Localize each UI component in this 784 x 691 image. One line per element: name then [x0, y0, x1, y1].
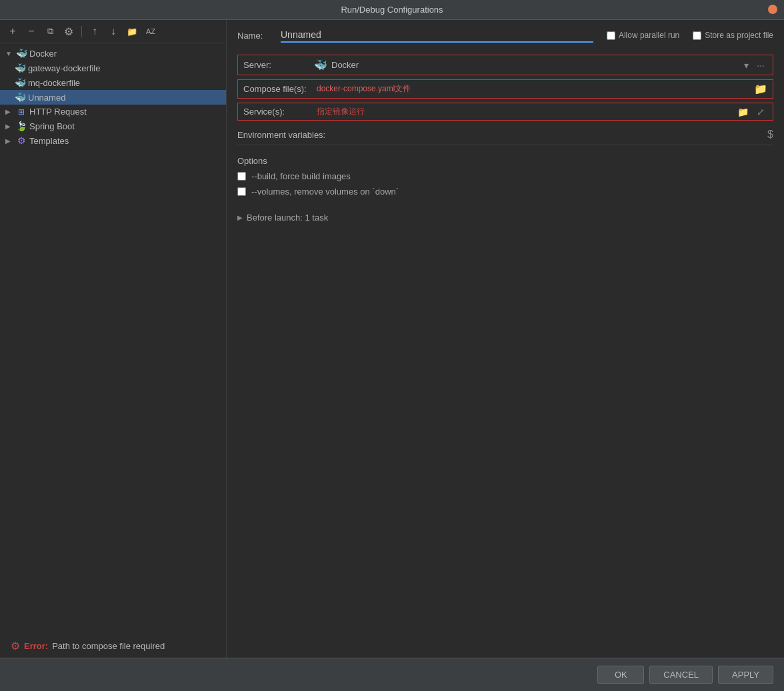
services-folder-btn[interactable]: 📁	[735, 107, 751, 117]
server-left: Server: 🐳 Docker	[243, 59, 359, 71]
copy-button[interactable]: ⧉	[43, 24, 57, 39]
name-label: Name:	[237, 31, 274, 41]
docker-icon-unnamed: 🐳	[15, 92, 25, 103]
services-hint: 指定镜像运行	[317, 106, 735, 117]
store-project-checkbox[interactable]	[693, 31, 701, 40]
button-bar: OK CANCEL APPLY	[0, 658, 784, 691]
add-button[interactable]: +	[5, 24, 20, 39]
store-project-label[interactable]: Store as project file	[693, 31, 773, 40]
services-buttons: 📁 ⤢	[735, 107, 767, 117]
ok-button[interactable]: OK	[597, 666, 644, 684]
tree-item-gateway[interactable]: 🐳 gateway-dockerfile	[0, 61, 226, 75]
docker-icon-gateway: 🐳	[15, 63, 25, 73]
apply-button[interactable]: APPLY	[718, 666, 773, 684]
env-row: Environment variables: $	[237, 125, 773, 145]
templates-icon: ⚙	[16, 135, 27, 146]
docker-icon-mq: 🐳	[15, 77, 25, 88]
before-launch-label: Before launch: 1 task	[247, 213, 328, 223]
tree-label-docker: Docker	[29, 49, 57, 59]
option-build-label: --build, force build images	[251, 171, 351, 181]
compose-label: Compose file(s):	[243, 84, 317, 94]
compose-row: Compose file(s): docker-compose.yaml文件 📁	[237, 79, 773, 99]
services-row: Service(s): 指定镜像运行 📁 ⤢	[237, 103, 773, 121]
folder-button[interactable]: 📁	[125, 24, 139, 39]
error-message: Path to compose file required	[52, 641, 165, 651]
right-panel: Name: Allow parallel run Store as projec…	[227, 20, 784, 691]
allow-parallel-checkbox[interactable]	[607, 31, 615, 40]
services-label: Service(s):	[243, 107, 317, 117]
tree-label-http: HTTP Request	[29, 107, 87, 117]
options-title: Options	[237, 156, 773, 166]
before-launch-row[interactable]: ▶ Before launch: 1 task	[237, 213, 773, 223]
options-section: Options --build, force build images --vo…	[237, 156, 773, 202]
server-more-btn[interactable]: ···	[754, 60, 767, 71]
server-value: Docker	[331, 60, 359, 70]
server-dropdown-btn[interactable]: ▾	[741, 60, 751, 71]
chevron-right-icon: ▶	[5, 108, 13, 115]
http-icon: ⊞	[16, 107, 27, 117]
move-up-button[interactable]: ↑	[87, 24, 102, 39]
env-edit-btn[interactable]: $	[767, 129, 773, 141]
tree-label-mq: mq-dockerfile	[28, 78, 80, 88]
chevron-down-icon: ▼	[5, 50, 13, 57]
top-options: Allow parallel run Store as project file	[607, 31, 773, 40]
springboot-icon: 🍃	[16, 121, 27, 131]
option-volumes-label: --volumes, remove volumes on `down`	[251, 187, 399, 197]
close-icon[interactable]	[768, 5, 777, 14]
docker-icon: 🐳	[314, 59, 327, 71]
server-row: Server: 🐳 Docker ▾ ···	[237, 55, 773, 75]
tree-item-templates[interactable]: ▶ ⚙ Templates	[0, 133, 226, 148]
option-volumes-row: --volumes, remove volumes on `down`	[237, 187, 773, 197]
left-panel: + − ⧉ ⚙ ↑ ↓ 📁 AZ ▼ 🐳 Docker 🐳 gateway-do…	[0, 20, 227, 691]
tree-label-springboot: Spring Boot	[29, 121, 75, 131]
chevron-right-icon-spring: ▶	[5, 123, 13, 130]
sort-button[interactable]: AZ	[143, 24, 158, 39]
tree-label-unnamed: Unnamed	[28, 93, 65, 103]
tree-item-unnamed[interactable]: 🐳 Unnamed	[0, 90, 226, 105]
tree-item-http[interactable]: ▶ ⊞ HTTP Request	[0, 105, 226, 119]
tree-item-springboot[interactable]: ▶ 🍃 Spring Boot	[0, 119, 226, 133]
chevron-right-icon-tmpl: ▶	[5, 137, 13, 145]
dialog-title: Run/Debug Configurations	[341, 5, 443, 15]
tree-item-docker[interactable]: ▼ 🐳 Docker	[0, 46, 226, 61]
compose-hint: docker-compose.yaml文件	[317, 83, 754, 95]
settings-button[interactable]: ⚙	[61, 24, 76, 39]
toolbar: + − ⧉ ⚙ ↑ ↓ 📁 AZ	[0, 20, 226, 43]
name-row: Name:	[237, 28, 593, 43]
server-label: Server:	[243, 60, 310, 70]
allow-parallel-label[interactable]: Allow parallel run	[607, 31, 679, 40]
option-build-checkbox[interactable]	[237, 172, 246, 181]
error-bar: ⚙ Error: Path to compose file required	[0, 634, 784, 658]
env-label: Environment variables:	[237, 130, 767, 140]
name-input[interactable]	[281, 28, 593, 43]
option-build-row: --build, force build images	[237, 171, 773, 181]
remove-button[interactable]: −	[24, 24, 39, 39]
docker-group-icon: 🐳	[16, 48, 27, 59]
option-volumes-checkbox[interactable]	[237, 187, 246, 196]
tree-label-gateway: gateway-dockerfile	[28, 63, 100, 73]
tree-label-templates: Templates	[29, 136, 69, 146]
server-actions: ▾ ···	[741, 60, 767, 71]
tree-item-mq[interactable]: 🐳 mq-dockerfile	[0, 75, 226, 90]
move-down-button[interactable]: ↓	[106, 24, 121, 39]
main-layout: + − ⧉ ⚙ ↑ ↓ 📁 AZ ▼ 🐳 Docker 🐳 gateway-do…	[0, 20, 784, 691]
error-icon: ⚙	[11, 640, 20, 652]
cancel-button[interactable]: CANCEL	[649, 666, 713, 684]
separator	[81, 26, 82, 37]
compose-browse-btn[interactable]: 📁	[754, 83, 767, 95]
error-label: Error:	[24, 641, 48, 651]
services-expand-btn[interactable]: ⤢	[754, 107, 767, 117]
before-launch-chevron: ▶	[237, 214, 243, 221]
title-bar: Run/Debug Configurations	[0, 0, 784, 20]
tree: ▼ 🐳 Docker 🐳 gateway-dockerfile 🐳 mq-doc…	[0, 43, 226, 691]
